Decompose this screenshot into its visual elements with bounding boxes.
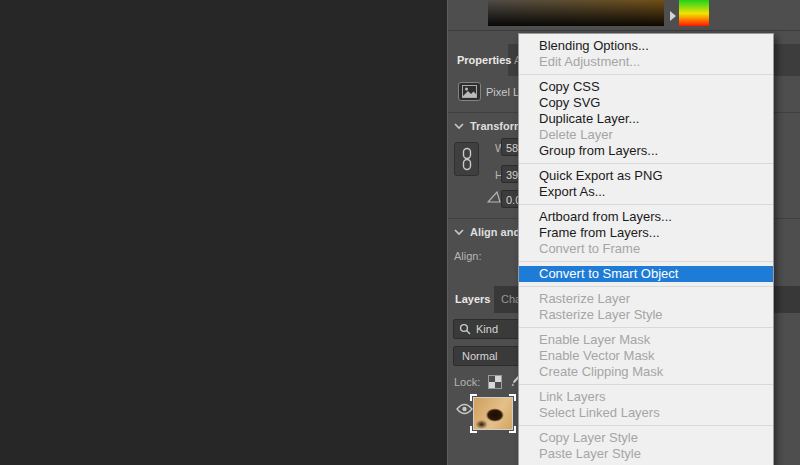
- menu-separator: [519, 425, 773, 426]
- selection-corner-icon: [509, 426, 516, 433]
- menu-item-enable-layer-mask: Enable Layer Mask: [519, 332, 773, 348]
- menu-separator: [519, 384, 773, 385]
- menu-item-delete-layer: Delete Layer: [519, 127, 773, 143]
- menu-item-rasterize-layer-style: Rasterize Layer Style: [519, 307, 773, 323]
- selection-corner-icon: [470, 426, 477, 433]
- menu-separator: [519, 163, 773, 164]
- rotation-angle-icon: [487, 191, 501, 203]
- color-picker-panel: [448, 0, 800, 31]
- menu-separator: [519, 327, 773, 328]
- saturation-brightness-field[interactable]: [488, 0, 664, 26]
- document-canvas[interactable]: [0, 0, 447, 465]
- menu-separator: [519, 286, 773, 287]
- menu-separator: [519, 74, 773, 75]
- menu-item-paste-layer-style: Paste Layer Style: [519, 446, 773, 462]
- menu-item-copy-svg[interactable]: Copy SVG: [519, 95, 773, 111]
- menu-item-frame-from-layers[interactable]: Frame from Layers...: [519, 225, 773, 241]
- menu-item-blending-options[interactable]: Blending Options...: [519, 38, 773, 54]
- tab-layers[interactable]: Layers: [448, 286, 494, 313]
- menu-item-link-layers: Link Layers: [519, 389, 773, 405]
- hue-slider[interactable]: [679, 0, 709, 26]
- menu-item-convert-to-frame: Convert to Frame: [519, 241, 773, 257]
- pixel-layer-icon: [458, 82, 481, 101]
- search-icon: [459, 323, 471, 335]
- selection-corner-icon: [509, 394, 516, 401]
- align-label: Align:: [454, 248, 482, 264]
- chevron-down-icon[interactable]: [454, 122, 464, 130]
- menu-item-create-clipping-mask: Create Clipping Mask: [519, 364, 773, 380]
- menu-item-rasterize-layer: Rasterize Layer: [519, 291, 773, 307]
- layer-filter-value: Kind: [476, 320, 498, 338]
- layer-context-menu: Blending Options... Edit Adjustment... C…: [518, 33, 774, 465]
- menu-separator: [519, 204, 773, 205]
- menu-item-convert-to-smart-object[interactable]: Convert to Smart Object: [519, 266, 773, 282]
- transform-section-title: Transform: [470, 118, 524, 134]
- menu-item-export-as[interactable]: Export As...: [519, 184, 773, 200]
- hue-slider-triangle-icon[interactable]: [670, 11, 676, 21]
- blend-mode-value: Normal: [462, 347, 497, 365]
- layer-thumbnail[interactable]: [473, 397, 513, 430]
- selection-corner-icon: [470, 394, 477, 401]
- menu-item-copy-layer-style: Copy Layer Style: [519, 430, 773, 446]
- layer-visibility-eye-icon[interactable]: [456, 403, 473, 415]
- photoshop-window: Properties Adjustments Pixel Layer Trans…: [0, 0, 800, 465]
- coffee-photo-image[interactable]: [0, 190, 176, 465]
- menu-separator: [519, 261, 773, 262]
- menu-item-artboard-from-layers[interactable]: Artboard from Layers...: [519, 209, 773, 225]
- lock-label: Lock:: [454, 373, 480, 391]
- menu-item-group-from-layers[interactable]: Group from Layers...: [519, 143, 773, 159]
- tab-properties[interactable]: Properties: [448, 44, 508, 76]
- menu-item-edit-adjustment: Edit Adjustment...: [519, 54, 773, 70]
- lock-transparency-icon[interactable]: [488, 375, 502, 389]
- menu-item-enable-vector-mask: Enable Vector Mask: [519, 348, 773, 364]
- menu-item-select-linked-layers: Select Linked Layers: [519, 405, 773, 421]
- link-dimensions-button[interactable]: [454, 142, 479, 176]
- menu-item-duplicate-layer[interactable]: Duplicate Layer...: [519, 111, 773, 127]
- menu-item-quick-export-png[interactable]: Quick Export as PNG: [519, 168, 773, 184]
- menu-item-copy-css[interactable]: Copy CSS: [519, 79, 773, 95]
- chain-link-icon: [461, 147, 473, 171]
- chevron-down-icon[interactable]: [454, 228, 464, 236]
